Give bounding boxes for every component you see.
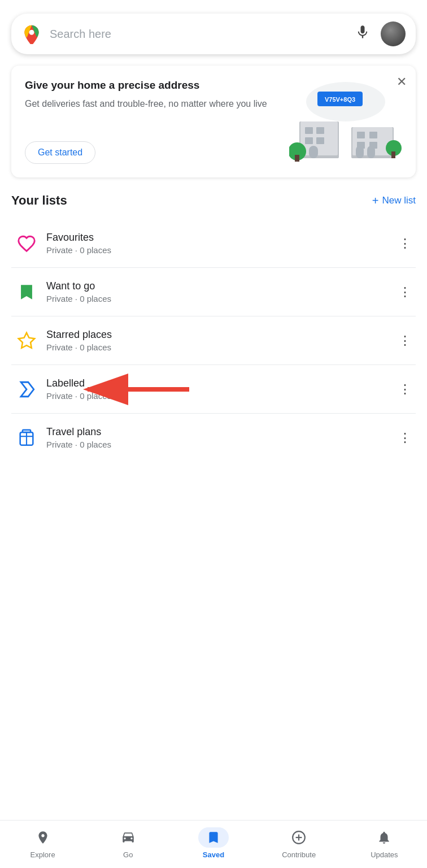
new-list-button[interactable]: + New list	[372, 194, 416, 207]
bottom-nav: Explore Go Saved Contribute	[0, 820, 427, 868]
nav-item-saved[interactable]: Saved	[191, 827, 236, 859]
updates-icon	[369, 827, 399, 848]
travel-plans-more-button[interactable]: ⋮	[394, 428, 416, 448]
new-list-label: New list	[382, 195, 416, 206]
favourites-icon	[11, 234, 42, 253]
banner-illustration: V75V+8Q3	[289, 79, 402, 164]
updates-label: Updates	[371, 850, 398, 859]
svg-rect-10	[305, 137, 313, 144]
labelled-meta: Private · 0 places	[46, 391, 394, 401]
search-bar[interactable]: Search here	[11, 14, 416, 54]
travel-plans-info: Travel plans Private · 0 places	[46, 426, 394, 449]
contribute-icon	[284, 827, 314, 848]
svg-rect-24	[391, 151, 395, 158]
travel-plans-name: Travel plans	[46, 426, 394, 438]
svg-rect-9	[316, 127, 324, 134]
want-to-go-name: Want to go	[46, 280, 394, 292]
want-to-go-info: Want to go Private · 0 places	[46, 280, 394, 303]
contribute-label: Contribute	[282, 850, 316, 859]
list-item-travel-plans[interactable]: Travel plans Private · 0 places ⋮	[11, 414, 416, 462]
want-to-go-icon	[11, 283, 42, 302]
list-item-labelled[interactable]: Labelled Private · 0 places ⋮	[11, 365, 416, 414]
nav-item-explore[interactable]: Explore	[20, 827, 66, 859]
list-item-want-to-go[interactable]: Want to go Private · 0 places ⋮	[11, 268, 416, 316]
want-to-go-more-button[interactable]: ⋮	[394, 283, 416, 302]
svg-rect-20	[367, 146, 375, 158]
go-icon	[113, 827, 143, 848]
starred-more-button[interactable]: ⋮	[394, 331, 416, 350]
nav-item-updates[interactable]: Updates	[361, 827, 407, 859]
labelled-icon	[11, 380, 42, 399]
explore-icon	[28, 827, 58, 848]
microphone-icon[interactable]	[355, 24, 371, 44]
lists-header: Your lists + New list	[11, 193, 416, 208]
search-input-placeholder[interactable]: Search here	[50, 28, 355, 41]
nav-item-contribute[interactable]: Contribute	[276, 827, 321, 859]
go-label: Go	[123, 850, 133, 859]
svg-rect-11	[316, 137, 324, 144]
favourites-more-button[interactable]: ⋮	[394, 234, 416, 253]
travel-plans-meta: Private · 0 places	[46, 440, 394, 449]
favourites-name: Favourites	[46, 232, 394, 244]
labelled-name: Labelled	[46, 377, 394, 389]
list-item-favourites[interactable]: Favourites Private · 0 places ⋮	[11, 219, 416, 268]
svg-rect-19	[356, 146, 364, 158]
banner-description: Get deliveries fast and trouble-free, no…	[25, 97, 284, 111]
favourites-meta: Private · 0 places	[46, 245, 394, 255]
list-item-starred-places[interactable]: Starred places Private · 0 places ⋮	[11, 316, 416, 365]
travel-plans-icon	[11, 428, 42, 448]
svg-text:V75V+8Q3: V75V+8Q3	[325, 96, 355, 103]
starred-places-meta: Private · 0 places	[46, 342, 394, 352]
svg-rect-16	[369, 132, 377, 138]
nav-item-go[interactable]: Go	[106, 827, 151, 859]
want-to-go-meta: Private · 0 places	[46, 294, 394, 303]
lists-heading: Your lists	[11, 193, 67, 208]
get-started-button[interactable]: Get started	[25, 141, 95, 164]
saved-icon	[198, 827, 229, 848]
explore-label: Explore	[30, 850, 55, 859]
lists-section: Your lists + New list Favourites Private…	[0, 193, 427, 462]
starred-places-icon	[11, 331, 42, 350]
banner-title: Give your home a precise address	[25, 79, 284, 92]
saved-label: Saved	[203, 850, 224, 859]
svg-point-0	[29, 30, 34, 35]
banner-card: Give your home a precise address Get del…	[11, 66, 416, 177]
labelled-info: Labelled Private · 0 places	[46, 377, 394, 401]
starred-places-name: Starred places	[46, 329, 394, 341]
new-list-plus-icon: +	[372, 194, 379, 207]
labelled-more-button[interactable]: ⋮	[394, 380, 416, 399]
maps-logo-icon	[21, 24, 42, 44]
svg-rect-15	[357, 132, 365, 138]
favourites-info: Favourites Private · 0 places	[46, 232, 394, 255]
svg-rect-8	[305, 127, 313, 134]
user-avatar[interactable]	[381, 21, 406, 46]
svg-rect-22	[295, 155, 299, 162]
svg-rect-12	[309, 146, 318, 158]
starred-places-info: Starred places Private · 0 places	[46, 329, 394, 352]
